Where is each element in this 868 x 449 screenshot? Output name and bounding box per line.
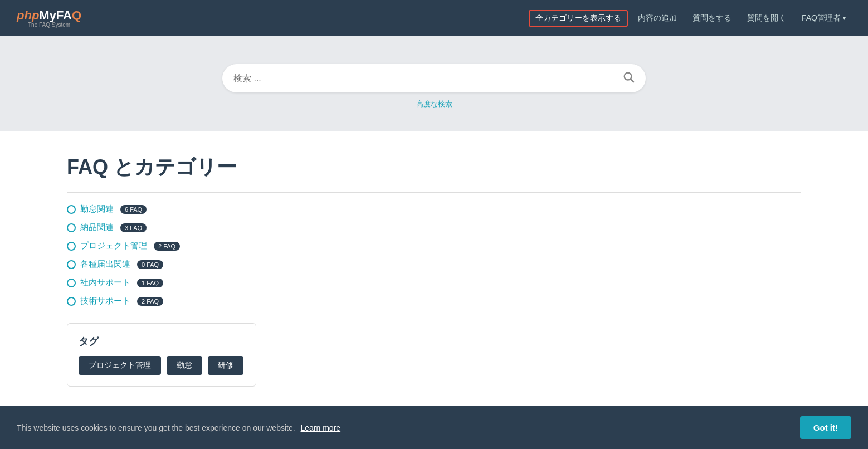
category-circle-icon (67, 260, 76, 269)
category-link-2[interactable]: プロジェクト管理 (80, 241, 147, 251)
faq-badge-3: 0 FAQ (137, 260, 163, 269)
search-input[interactable] (233, 74, 622, 84)
chevron-down-icon: ▾ (843, 15, 846, 21)
nav-item-open-question[interactable]: 質問を開く (742, 10, 792, 27)
brand-logo[interactable]: php MyFA Q The FAQ System (17, 8, 81, 28)
divider (67, 192, 801, 193)
list-item: 各種届出関連 0 FAQ (67, 259, 801, 270)
brand-q: Q (72, 8, 81, 23)
search-section: 高度な検索 (0, 36, 868, 131)
page-title: FAQ とカテゴリー (67, 154, 801, 181)
category-circle-icon (67, 297, 76, 306)
tag-button-2[interactable]: 研修 (208, 356, 243, 375)
search-bar (222, 64, 646, 92)
list-item: 社内サポート 1 FAQ (67, 277, 801, 288)
list-item: 技術サポート 2 FAQ (67, 296, 801, 306)
search-icon[interactable] (622, 71, 635, 86)
tags-box: タグ プロジェクト管理 勤怠 研修 (67, 323, 256, 387)
category-link-0[interactable]: 勤怠関連 (80, 204, 114, 214)
cookie-banner: This website uses cookies to ensure you … (0, 406, 868, 409)
brand-php: php (17, 8, 39, 23)
faq-badge-1: 3 FAQ (120, 223, 147, 232)
category-link-3[interactable]: 各種届出関連 (80, 259, 130, 270)
category-list: 勤怠関連 6 FAQ 納品関連 3 FAQ プロジェクト管理 2 FAQ 各種届… (67, 204, 801, 306)
navbar-nav: 全カテゴリーを表示する 内容の追加 質問をする 質問を開く FAQ管理者 ▾ (529, 10, 851, 27)
faq-badge-5: 2 FAQ (137, 297, 163, 306)
brand-myfaq: MyFA (39, 8, 72, 23)
main-content: FAQ とカテゴリー 勤怠関連 6 FAQ 納品関連 3 FAQ プロジェクト管… (0, 131, 868, 409)
nav-item-ask-question[interactable]: 質問をする (687, 10, 737, 27)
faq-badge-2: 2 FAQ (154, 242, 180, 251)
tag-button-1[interactable]: 勤怠 (167, 356, 202, 375)
tag-button-0[interactable]: プロジェクト管理 (79, 356, 161, 375)
nav-item-all-categories[interactable]: 全カテゴリーを表示する (529, 10, 628, 27)
faq-badge-0: 6 FAQ (120, 205, 147, 214)
faq-badge-4: 1 FAQ (137, 279, 163, 287)
nav-item-faq-admin[interactable]: FAQ管理者 ▾ (796, 10, 851, 27)
category-link-4[interactable]: 社内サポート (80, 277, 130, 288)
category-circle-icon (67, 242, 76, 251)
list-item: 納品関連 3 FAQ (67, 222, 801, 233)
svg-line-1 (631, 79, 633, 82)
advanced-search-link[interactable]: 高度な検索 (416, 99, 452, 109)
tags-list: プロジェクト管理 勤怠 研修 (79, 356, 245, 375)
category-circle-icon (67, 223, 76, 232)
navbar: php MyFA Q The FAQ System 全カテゴリーを表示する 内容… (0, 0, 868, 36)
category-circle-icon (67, 205, 76, 214)
category-link-1[interactable]: 納品関連 (80, 222, 114, 233)
list-item: プロジェクト管理 2 FAQ (67, 241, 801, 251)
nav-item-add-content[interactable]: 内容の追加 (632, 10, 682, 27)
tags-title: タグ (79, 335, 245, 348)
category-circle-icon (67, 279, 76, 287)
brand-subtitle: The FAQ System (17, 22, 81, 28)
category-link-5[interactable]: 技術サポート (80, 296, 130, 306)
list-item: 勤怠関連 6 FAQ (67, 204, 801, 214)
